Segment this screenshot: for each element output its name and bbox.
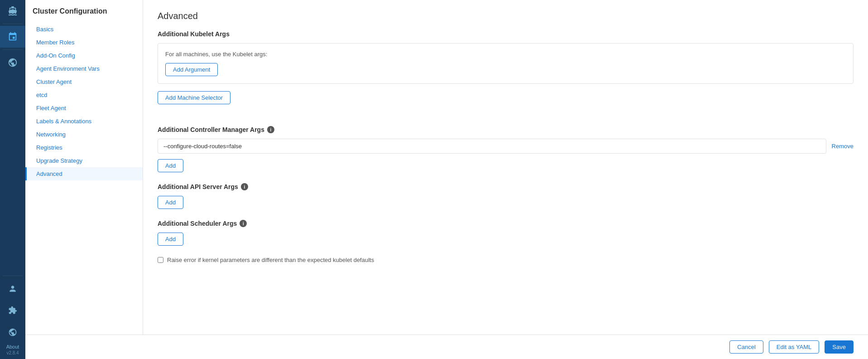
api-server-args-title: Additional API Server Args i [158,183,854,190]
controller-manager-args-title: Additional Controller Manager Args i [158,126,854,133]
save-button[interactable]: Save [825,340,854,354]
left-nav: Cluster Configuration Basics Member Role… [25,0,143,335]
about-label[interactable]: About [6,344,19,349]
main-area: Cluster Configuration Basics Member Role… [25,0,868,359]
nav-item-agent-env-vars[interactable]: Agent Environment Vars [25,62,143,75]
controller-manager-arg-input[interactable] [158,139,826,154]
controller-manager-args-section: Additional Controller Manager Args i Rem… [158,126,854,172]
nav-item-fleet-agent[interactable]: Fleet Agent [25,102,143,115]
nav-item-registries[interactable]: Registries [25,141,143,154]
cancel-button[interactable]: Cancel [729,340,763,354]
nav-item-cluster-agent[interactable]: Cluster Agent [25,75,143,88]
network-icon[interactable] [0,52,25,73]
kubelet-args-title: Additional Kubelet Args [158,30,854,38]
ship-icon[interactable] [0,0,25,22]
extensions-icon[interactable] [0,300,25,321]
nav-item-labels-annotations[interactable]: Labels & Annotations [25,115,143,128]
page-title: Advanced [158,11,854,21]
nav-item-networking[interactable]: Networking [25,128,143,141]
controller-manager-remove-link[interactable]: Remove [832,143,854,150]
api-server-args-section: Additional API Server Args i Add [158,183,854,209]
nav-item-addon-config[interactable]: Add-On Config [25,49,143,62]
add-machine-selector-button[interactable]: Add Machine Selector [158,91,230,104]
nav-item-advanced[interactable]: Advanced [25,167,143,180]
edit-yaml-button[interactable]: Edit as YAML [769,340,820,354]
scheduler-info-icon[interactable]: i [240,220,247,227]
nav-item-upgrade-strategy[interactable]: Upgrade Strategy [25,154,143,167]
icon-sidebar: About v2.8.4 [0,0,25,359]
controller-manager-info-icon[interactable]: i [267,126,274,133]
user-icon[interactable] [0,278,25,300]
scheduler-args-section: Additional Scheduler Args i Add [158,220,854,246]
api-server-add-button[interactable]: Add [158,196,183,209]
footer: Cancel Edit as YAML Save [25,335,868,359]
controller-manager-add-button[interactable]: Add [158,159,183,172]
scheduler-args-title: Additional Scheduler Args i [158,220,854,227]
page-container: Cluster Configuration Basics Member Role… [25,0,868,335]
marketplace-icon[interactable] [0,321,25,343]
nav-item-basics[interactable]: Basics [25,23,143,36]
kernel-params-label: Raise error if kernel parameters are dif… [167,257,374,263]
kubelet-args-box: For all machines, use the Kubelet args: … [158,43,854,84]
api-server-info-icon[interactable]: i [241,183,248,190]
scheduler-add-button[interactable]: Add [158,233,183,246]
add-argument-button[interactable]: Add Argument [165,63,218,76]
nav-item-member-roles[interactable]: Member Roles [25,36,143,49]
nav-item-etcd[interactable]: etcd [25,88,143,102]
cluster-icon[interactable] [0,26,25,48]
kernel-params-checkbox-row: Raise error if kernel parameters are dif… [158,257,854,263]
kernel-params-checkbox[interactable] [158,257,163,263]
kubelet-args-label: For all machines, use the Kubelet args: [165,51,846,58]
controller-manager-arg-row: Remove [158,139,854,154]
version-label: v2.8.4 [6,350,19,355]
cluster-config-title: Cluster Configuration [25,7,143,23]
kubelet-args-section: Additional Kubelet Args For all machines… [158,30,854,115]
content-area: Advanced Additional Kubelet Args For all… [143,0,868,335]
